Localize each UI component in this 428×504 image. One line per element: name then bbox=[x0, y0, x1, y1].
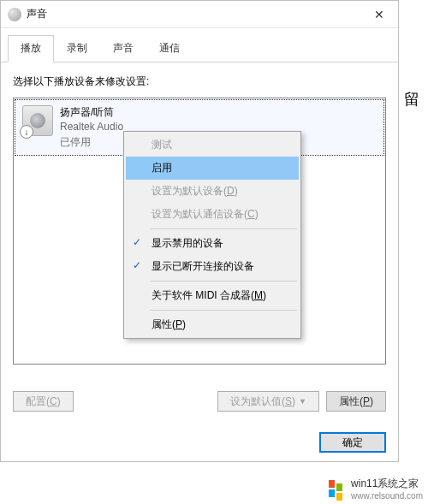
menu-set-default: 设置为默认设备(D) bbox=[126, 180, 299, 203]
sound-icon bbox=[8, 8, 21, 21]
tabstrip: 播放 录制 声音 通信 bbox=[1, 28, 398, 62]
ok-button[interactable]: 确定 bbox=[319, 432, 386, 453]
device-driver: Realtek Audio bbox=[60, 120, 123, 134]
tab-record[interactable]: 录制 bbox=[54, 35, 100, 62]
tab-comm[interactable]: 通信 bbox=[146, 35, 193, 62]
context-menu: 测试 启用 设置为默认设备(D) 设置为默认通信设备(C) ✓ 显示禁用的设备 … bbox=[123, 131, 301, 339]
menu-show-disabled[interactable]: ✓ 显示禁用的设备 bbox=[126, 232, 299, 255]
menu-test: 测试 bbox=[126, 133, 299, 157]
logo-icon bbox=[329, 480, 346, 497]
menu-separator bbox=[150, 228, 297, 229]
side-char: 留 bbox=[404, 89, 425, 110]
device-info: 扬声器/听筒 Realtek Audio 已停用 bbox=[60, 105, 123, 150]
check-icon: ✓ bbox=[133, 259, 141, 271]
tab-sound[interactable]: 声音 bbox=[100, 35, 146, 62]
instruction-text: 选择以下播放设备来修改设置: bbox=[13, 74, 386, 89]
device-name: 扬声器/听筒 bbox=[60, 105, 123, 120]
action-buttons: 配置(C) 设为默认值(S) ▼ 属性(P) bbox=[1, 382, 398, 420]
close-button[interactable]: ✕ bbox=[362, 3, 396, 27]
configure-button: 配置(C) bbox=[13, 391, 74, 412]
menu-separator bbox=[150, 310, 297, 311]
check-icon: ✓ bbox=[133, 236, 141, 248]
menu-properties[interactable]: 属性(P) bbox=[126, 313, 299, 336]
titlebar: 声音 ✕ bbox=[1, 1, 398, 28]
chevron-down-icon: ▼ bbox=[299, 397, 306, 406]
menu-show-disconnected[interactable]: ✓ 显示已断开连接的设备 bbox=[126, 255, 299, 278]
device-list: ↓ 扬声器/听筒 Realtek Audio 已停用 测试 启用 设置为默认设备… bbox=[13, 98, 386, 365]
menu-separator bbox=[150, 281, 297, 282]
sound-dialog: 声音 ✕ 播放 录制 声音 通信 选择以下播放设备来修改设置: ↓ 扬声器/听筒… bbox=[0, 0, 399, 462]
menu-enable[interactable]: 启用 bbox=[126, 157, 299, 180]
tab-playback[interactable]: 播放 bbox=[8, 35, 54, 62]
properties-button[interactable]: 属性(P) bbox=[326, 391, 386, 412]
set-default-button: 设为默认值(S) ▼ bbox=[217, 391, 319, 412]
speaker-icon: ↓ bbox=[22, 105, 53, 136]
device-status: 已停用 bbox=[60, 135, 123, 150]
menu-about-midi[interactable]: 关于软件 MIDI 合成器(M) bbox=[126, 284, 299, 307]
tab-content: 选择以下播放设备来修改设置: ↓ 扬声器/听筒 Realtek Audio 已停… bbox=[1, 62, 398, 365]
watermark-url: www.relsound.com bbox=[351, 491, 423, 501]
watermark: win11系统之家 www.relsound.com bbox=[329, 477, 423, 501]
dialog-buttons: 确定 bbox=[319, 432, 386, 453]
down-arrow-icon: ↓ bbox=[20, 125, 33, 139]
window-title: 声音 bbox=[27, 7, 362, 21]
watermark-title: win11系统之家 bbox=[351, 477, 423, 491]
menu-set-comm-default: 设置为默认通信设备(C) bbox=[126, 203, 299, 226]
